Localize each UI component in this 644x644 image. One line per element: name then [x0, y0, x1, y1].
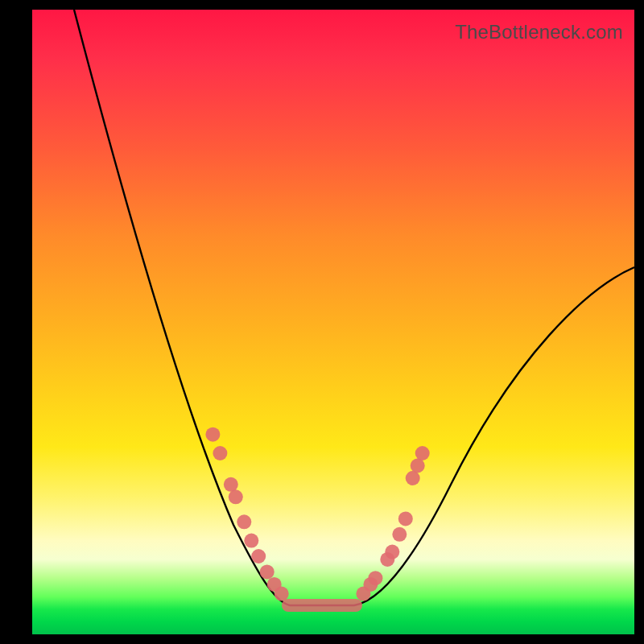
curve-marker	[406, 471, 420, 485]
curve-marker	[398, 511, 413, 526]
curve-marker	[368, 571, 382, 585]
curve-marker	[237, 514, 251, 529]
curve-marker	[415, 446, 430, 460]
curve-marker	[213, 446, 227, 460]
curve-marker	[385, 545, 399, 559]
curve-marker	[275, 587, 289, 601]
chart-frame: TheBottleneck.com	[0, 0, 644, 644]
curve-marker	[205, 427, 220, 442]
curve-marker	[411, 459, 425, 473]
curve-marker	[244, 534, 258, 548]
curve-path	[74, 10, 634, 605]
curve-marker	[260, 564, 275, 579]
plot-area: TheBottleneck.com	[32, 10, 634, 634]
markers-left-group	[205, 427, 288, 601]
curve-marker	[251, 549, 266, 564]
bottleneck-curve	[32, 10, 634, 634]
curve-marker	[392, 527, 407, 542]
valley-band	[282, 599, 362, 612]
curve-marker	[224, 477, 238, 492]
curve-marker	[229, 489, 243, 504]
